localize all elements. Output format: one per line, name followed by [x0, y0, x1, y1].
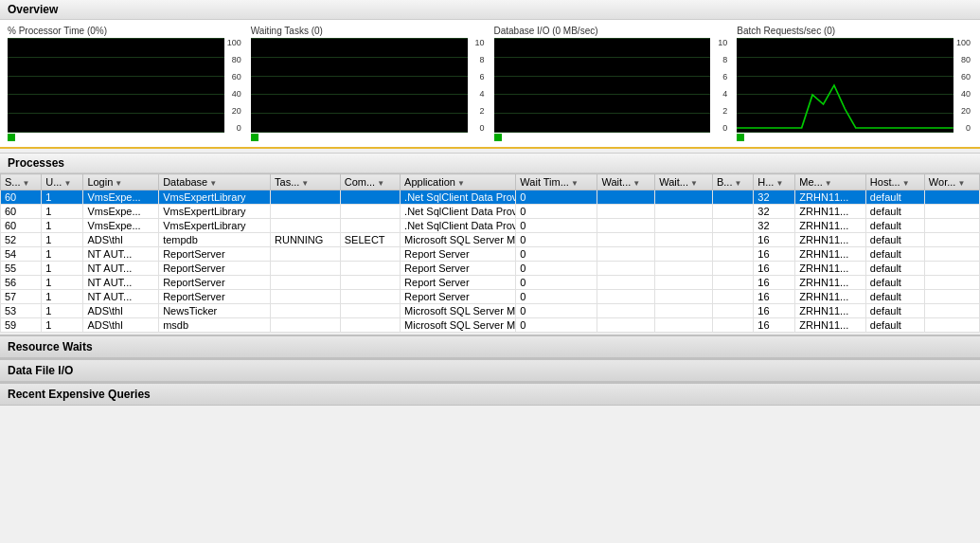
y-axis-tick: 60 [226, 72, 241, 81]
table-cell: 60 [1, 190, 42, 205]
bottom-section-1[interactable]: Data File I/O [0, 358, 980, 382]
table-cell: 0 [516, 205, 597, 219]
table-row[interactable]: 601VmsExpe...VmsExpertLibrary.Net SqlCli… [1, 219, 980, 233]
y-axis-tick: 0 [712, 123, 727, 133]
grid-line [251, 113, 468, 114]
processes-table-container[interactable]: S...▼U...▼Login▼Database▼Tas...▼Com...▼A… [0, 173, 980, 333]
table-cell: 60 [1, 205, 42, 219]
col-header-6[interactable]: Application▼ [401, 174, 516, 190]
col-header-10[interactable]: B...▼ [712, 174, 753, 190]
table-cell: ReportServer [159, 247, 271, 262]
table-cell: default [865, 190, 924, 205]
table-cell: 16 [754, 304, 795, 318]
bottom-section-2[interactable]: Recent Expensive Queries [0, 382, 980, 406]
table-row[interactable]: 541NT AUT...ReportServerReport Server016… [1, 247, 980, 262]
col-header-2[interactable]: Login▼ [83, 174, 159, 190]
table-cell [271, 262, 341, 276]
col-header-7[interactable]: Wait Tim...▼ [516, 174, 597, 190]
table-row[interactable]: 591ADS\thlmsdbMicrosoft SQL Server Manag… [1, 318, 980, 333]
chart-area-3: 100806040200 [737, 38, 972, 133]
table-cell: 16 [754, 247, 795, 262]
table-cell [924, 290, 979, 304]
col-sort-icon-11: ▼ [775, 179, 783, 188]
table-cell: VmsExpe... [83, 219, 159, 233]
table-cell [597, 233, 655, 247]
col-sort-icon-7: ▼ [571, 179, 579, 188]
y-axis-tick: 4 [712, 89, 727, 99]
chart-canvas-0 [8, 38, 224, 133]
table-row[interactable]: 561NT AUT...ReportServerReport Server016… [1, 276, 980, 290]
col-header-5[interactable]: Com...▼ [340, 174, 400, 190]
grid-line [251, 132, 468, 133]
table-cell: default [865, 262, 924, 276]
table-cell: Microsoft SQL Server Management St... [401, 233, 516, 247]
col-header-14[interactable]: Wor...▼ [924, 174, 979, 190]
chart-indicator-0 [8, 134, 15, 141]
table-cell [712, 233, 753, 247]
table-cell [924, 219, 979, 233]
table-cell [712, 219, 753, 233]
col-header-3[interactable]: Database▼ [159, 174, 271, 190]
table-cell: NT AUT... [83, 247, 159, 262]
table-cell [924, 247, 979, 262]
grid-line [8, 38, 224, 39]
table-cell: 1 [42, 190, 83, 205]
overview-title: Overview [8, 3, 58, 16]
table-cell: 1 [42, 233, 83, 247]
table-cell [655, 233, 713, 247]
table-cell: 32 [754, 205, 795, 219]
y-axis-tick: 2 [712, 106, 727, 116]
chart-box-2: Database I/O (0 MB/sec)1086420 [494, 26, 730, 141]
grid-line [494, 57, 711, 58]
table-row[interactable]: 521ADS\thltempdbRUNNINGSELECTMicrosoft S… [1, 233, 980, 247]
col-sort-icon-6: ▼ [457, 179, 465, 188]
chart-label-1: Waiting Tasks (0) [251, 26, 487, 36]
col-header-4[interactable]: Tas...▼ [271, 174, 341, 190]
chart-label-2: Database I/O (0 MB/sec) [494, 26, 730, 36]
table-cell: default [865, 205, 924, 219]
col-header-13[interactable]: Host...▼ [865, 174, 924, 190]
overview-section: Overview % Processor Time (0%)1008060402… [0, 0, 980, 149]
table-cell [924, 233, 979, 247]
table-cell: 0 [516, 247, 597, 262]
table-row[interactable]: 571NT AUT...ReportServerReport Server016… [1, 290, 980, 304]
table-row[interactable]: 601VmsExpe...VmsExpertLibrary.Net SqlCli… [1, 205, 980, 219]
y-axis-tick: 20 [226, 106, 241, 116]
y-axis-tick: 6 [712, 72, 727, 81]
bottom-section-0[interactable]: Resource Waits [0, 335, 980, 358]
table-cell: .Net SqlClient Data Provider [401, 205, 516, 219]
table-cell [712, 247, 753, 262]
table-cell: ZRHN11... [795, 290, 866, 304]
col-header-11[interactable]: H...▼ [754, 174, 795, 190]
y-axis-tick: 8 [470, 55, 485, 64]
col-header-1[interactable]: U...▼ [42, 174, 83, 190]
y-axis-tick: 8 [712, 55, 727, 64]
table-cell [340, 318, 400, 333]
table-cell: 16 [754, 290, 795, 304]
table-cell: 0 [516, 219, 597, 233]
table-cell: 0 [516, 290, 597, 304]
col-header-12[interactable]: Me...▼ [795, 174, 866, 190]
chart-bottom-0 [8, 134, 243, 141]
chart-grid-2 [494, 38, 711, 133]
y-axis-tick: 80 [955, 55, 971, 64]
table-cell [924, 205, 979, 219]
table-cell [271, 318, 341, 333]
table-cell [712, 290, 753, 304]
table-row[interactable]: 531ADS\thlNewsTickerMicrosoft SQL Server… [1, 304, 980, 318]
table-cell: ADS\thl [83, 304, 159, 318]
processes-table: S...▼U...▼Login▼Database▼Tas...▼Com...▼A… [0, 173, 980, 333]
table-cell: 52 [1, 233, 42, 247]
table-cell: ZRHN11... [795, 233, 866, 247]
y-axis-tick: 10 [470, 38, 485, 47]
col-header-9[interactable]: Wait...▼ [655, 174, 713, 190]
chart-label-3: Batch Requests/sec (0) [737, 26, 972, 36]
table-row[interactable]: 551NT AUT...ReportServerReport Server016… [1, 262, 980, 276]
y-axis-tick: 0 [226, 123, 241, 133]
col-header-0[interactable]: S...▼ [1, 174, 42, 190]
charts-container: % Processor Time (0%)100806040200Waiting… [0, 20, 980, 147]
table-cell: 59 [1, 318, 42, 333]
col-header-8[interactable]: Wait...▼ [597, 174, 655, 190]
table-row[interactable]: 601VmsExpe...VmsExpertLibrary.Net SqlCli… [1, 190, 980, 205]
table-cell: 32 [754, 190, 795, 205]
